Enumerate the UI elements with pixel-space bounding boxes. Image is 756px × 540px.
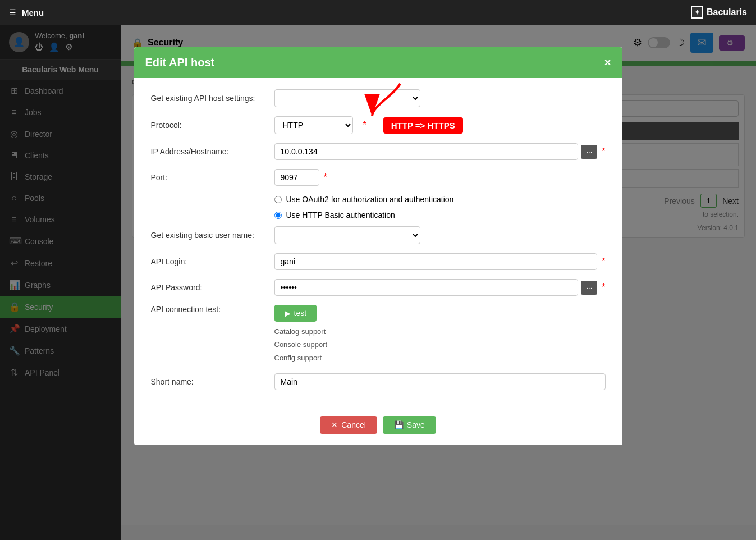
save-disk-icon: 💾 [394,420,404,429]
ip-label: IP Address/Hostname: [151,147,274,156]
save-button[interactable]: 💾 Save [383,416,436,434]
api-password-dots-button[interactable]: ··· [581,281,597,295]
modal-header: Edit API host × [134,47,622,78]
brand: ✦ Bacularis [691,6,747,19]
oauth2-radio[interactable] [274,196,282,203]
api-password-row: API Password: ··· * [151,279,606,296]
menu-button[interactable]: Menu [22,8,44,17]
oauth2-row: Use OAuth2 for authorization and authent… [151,195,606,204]
ip-required-star: * [602,147,605,157]
modal-close-button[interactable]: × [604,56,611,69]
protocol-label: Protocol: [151,121,274,130]
catalog-support: Catalog support [274,325,328,338]
arrow-annotation: HTTP => HTTPS [372,117,463,134]
config-support: Config support [274,351,328,364]
api-test-section: ▶ test Catalog support Console support C… [274,305,328,364]
port-row: Port: 9097 * [151,169,606,186]
ip-input[interactable]: 10.0.0.134 [274,143,579,160]
api-login-input[interactable]: gani [274,253,598,270]
protocol-row: Protocol: HTTP HTTPS * [151,116,606,134]
modal-title: Edit API host [145,56,215,69]
protocol-controls: HTTP HTTPS * [274,116,463,134]
topbar-left: ☰ Menu [9,8,44,17]
get-existing-user-row: Get existing basic user name: [151,226,606,244]
api-password-label: API Password: [151,283,274,292]
api-login-row: API Login: gani * [151,253,606,270]
topbar: ☰ Menu ✦ Bacularis [0,0,756,25]
short-name-input[interactable]: Main [274,373,606,390]
topbar-right: ✦ Bacularis [691,6,747,19]
ip-input-group: 10.0.0.134 ··· [274,143,598,160]
cancel-x-icon: ✕ [331,420,338,429]
protocol-select[interactable]: HTTP HTTPS [274,116,353,134]
api-password-group: ··· [274,279,598,296]
test-button[interactable]: ▶ test [274,305,317,322]
modal-body: Get existing API host settings: Protocol… [134,78,622,410]
api-login-label: API Login: [151,257,274,266]
basic-auth-radio[interactable] [274,212,282,219]
api-password-required-star: * [602,282,605,292]
brand-name: Bacularis [707,7,747,17]
api-test-row: API connection test: ▶ test Catalog supp… [151,305,606,364]
port-label: Port: [151,173,274,182]
modal-footer: ✕ Cancel 💾 Save [134,410,622,445]
get-existing-user-select[interactable] [274,226,420,244]
modal-overlay: Edit API host × Get existing API host se… [0,25,756,540]
short-name-row: Short name: Main [151,373,606,390]
edit-api-host-modal: Edit API host × Get existing API host se… [134,47,622,445]
get-existing-label: Get existing API host settings: [151,94,274,103]
port-required-star: * [324,172,327,182]
play-icon: ▶ [285,309,291,318]
support-texts: Catalog support Console support Config s… [274,325,328,364]
brand-icon: ✦ [691,6,703,19]
api-test-label: API connection test: [151,305,274,314]
basic-auth-row: Use HTTP Basic authentication [151,210,606,219]
oauth2-label: Use OAuth2 for authorization and authent… [286,195,454,204]
console-support: Console support [274,338,328,351]
short-name-label: Short name: [151,377,274,386]
ip-dots-button[interactable]: ··· [581,145,597,159]
api-login-required-star: * [602,257,605,267]
get-existing-user-label: Get existing basic user name: [151,231,274,240]
port-input[interactable]: 9097 [274,169,319,186]
ip-row: IP Address/Hostname: 10.0.0.134 ··· * [151,143,606,160]
basic-auth-label: Use HTTP Basic authentication [286,210,395,219]
hamburger-icon: ☰ [9,8,16,17]
cancel-button[interactable]: ✕ Cancel [320,416,377,434]
red-arrow-svg [361,78,411,123]
api-password-input[interactable] [274,279,579,296]
